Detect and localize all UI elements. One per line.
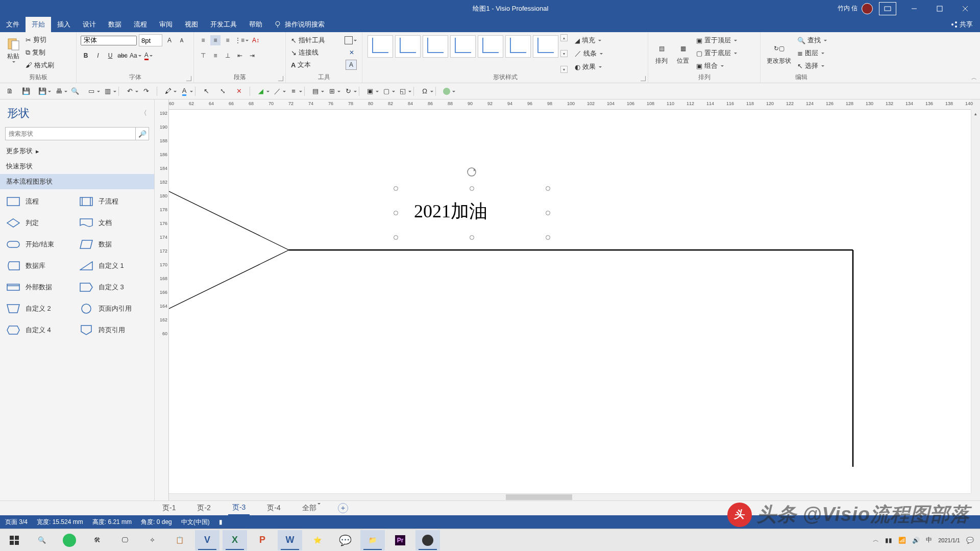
style-preset[interactable] <box>533 35 558 58</box>
font-color-button[interactable]: A <box>143 51 154 61</box>
share-button[interactable]: 共享 <box>943 17 980 32</box>
shape-search-button[interactable]: 🔎 <box>136 127 149 140</box>
selection-handle[interactable] <box>546 235 550 240</box>
tab-process[interactable]: 流程 <box>128 17 153 32</box>
align-top-button[interactable]: ⊤ <box>198 51 208 61</box>
align-right-button[interactable]: ≡ <box>223 35 233 45</box>
align-left-button[interactable]: ≡ <box>198 35 208 45</box>
save-button[interactable]: 💾 <box>20 86 32 97</box>
align-qat-button[interactable]: ▤ <box>310 86 321 97</box>
tray-chevron-icon[interactable]: ︿ <box>873 536 879 544</box>
underline-button[interactable]: U <box>105 51 115 61</box>
selection-handle[interactable] <box>394 235 398 240</box>
vertical-ruler[interactable]: 1921901881861841821801781761741721701681… <box>155 99 169 500</box>
symbol-button[interactable]: Ω <box>419 86 430 97</box>
shape-search-input[interactable] <box>5 127 136 140</box>
collapse-ribbon-button[interactable]: ︿ <box>971 74 977 82</box>
paragraph-dialog-launcher[interactable] <box>278 76 283 81</box>
change-shape-button[interactable]: ↻▢更改形状 <box>765 34 793 72</box>
user-avatar-icon[interactable] <box>862 3 873 14</box>
tray-clock[interactable]: 2021/1/1 <box>938 537 960 544</box>
undo-button[interactable]: ↶ <box>124 86 135 97</box>
close-button[interactable] <box>953 0 977 17</box>
taskbar-app-obs[interactable] <box>415 530 440 550</box>
font-size-select[interactable] <box>139 34 162 46</box>
send-back-button[interactable]: ▢置于底层 <box>695 47 738 59</box>
macro-recording-icon[interactable]: ▮ <box>219 518 223 525</box>
align-middle-button[interactable]: ≡ <box>210 51 220 61</box>
shape-style-gallery[interactable]: ▴▾▾ <box>366 34 569 73</box>
connector-qat-button[interactable]: ⤡ <box>217 86 228 97</box>
add-page-button[interactable]: ＋ <box>338 503 348 513</box>
decrease-indent-button[interactable]: ⇤ <box>235 51 245 61</box>
status-language[interactable]: 中文(中国) <box>181 518 210 527</box>
taskbar-app-powerpoint[interactable]: P <box>250 530 275 550</box>
shape-database[interactable]: 数据库 <box>4 260 77 272</box>
taskbar-app-excel[interactable]: X <box>223 530 247 550</box>
pointer-qat-button[interactable]: ↖ <box>201 86 212 97</box>
selection-handle[interactable] <box>470 186 474 191</box>
font-family-select[interactable] <box>81 36 137 45</box>
tab-help[interactable]: 帮助 <box>243 17 268 32</box>
selection-handle[interactable] <box>546 186 550 191</box>
style-preset[interactable] <box>423 35 448 58</box>
shape-onpage[interactable]: 页面内引用 <box>77 303 150 315</box>
taskbar-app-wechat[interactable]: 💬 <box>333 530 357 550</box>
style-preset[interactable] <box>395 35 421 58</box>
style-preset[interactable] <box>505 35 531 58</box>
collapse-panel-button[interactable]: 〈 <box>140 109 147 118</box>
style-preset[interactable] <box>478 35 503 58</box>
delete-connection-button[interactable]: ✕ <box>233 86 244 97</box>
bring-front-qat-button[interactable]: ◱ <box>397 86 408 97</box>
fill-qat-button[interactable]: ◢ <box>255 86 266 97</box>
align-center-button[interactable]: ≡ <box>210 35 220 45</box>
basic-flowchart-category[interactable]: 基本流程图形状 <box>0 174 154 189</box>
style-preset[interactable] <box>450 35 476 58</box>
line-button[interactable]: ／线条 <box>574 47 604 60</box>
minimize-button[interactable] <box>902 0 926 17</box>
shape-data[interactable]: 数据 <box>77 238 150 251</box>
selection-handle[interactable] <box>394 211 398 215</box>
search-taskbar-button[interactable]: 🔍 <box>30 530 54 550</box>
tab-design[interactable]: 设计 <box>77 17 102 32</box>
layers-button[interactable]: ≣图层 <box>796 47 828 59</box>
shrink-font-button[interactable]: A <box>177 35 187 45</box>
shape-custom2[interactable]: 自定义 2 <box>4 303 77 315</box>
group-qat-button[interactable]: ▣ <box>364 86 376 97</box>
copy-button[interactable]: ⧉复制 <box>24 47 55 59</box>
align-bottom-button[interactable]: ⊥ <box>223 51 233 61</box>
tab-devtools[interactable]: 开发工具 <box>204 17 243 32</box>
taskbar-app-evernote[interactable] <box>57 530 82 550</box>
tray-wifi-icon[interactable]: 📶 <box>898 537 906 544</box>
taskbar-app-notes[interactable]: 📋 <box>167 530 192 550</box>
shape-custom1[interactable]: 自定义 1 <box>77 260 150 272</box>
effects-button[interactable]: ◐效果 <box>574 61 604 73</box>
quick-shapes-category[interactable]: 快速形状 <box>0 159 154 174</box>
position-button[interactable]: ▦位置 <box>674 34 692 72</box>
taskbar-app-tool[interactable]: 🛠 <box>85 530 109 550</box>
rectangle-tool-button[interactable] <box>345 35 357 45</box>
redo-button[interactable]: ↷ <box>140 86 152 97</box>
fill-button[interactable]: ◢填充 <box>574 34 604 46</box>
page-tab-2[interactable]: 页-2 <box>193 502 214 515</box>
bullets-button[interactable]: ⋮≡ <box>235 35 249 45</box>
highlight-button[interactable]: 🖍 <box>162 86 174 97</box>
page-tab-4[interactable]: 页-4 <box>263 502 284 515</box>
tab-data[interactable]: 数据 <box>102 17 128 32</box>
taskbar-app-premiere[interactable]: Pr <box>388 530 412 550</box>
page-tab-1[interactable]: 页-1 <box>158 502 180 515</box>
strikethrough-button[interactable]: abc <box>117 51 128 61</box>
start-button[interactable] <box>2 530 27 550</box>
italic-button[interactable]: I <box>93 51 103 61</box>
tray-battery-icon[interactable]: ▮▮ <box>885 537 892 544</box>
taskbar-app-snip[interactable]: ✧ <box>140 530 164 550</box>
tab-file[interactable]: 文件 <box>0 17 26 32</box>
user-name[interactable]: 竹内 信 <box>838 4 857 13</box>
text-direction-button[interactable]: A↕ <box>251 35 261 45</box>
shape-styles-dialog-launcher[interactable] <box>641 76 646 81</box>
shape-offpage[interactable]: 跨页引用 <box>77 324 150 336</box>
shape-process[interactable]: 流程 <box>4 195 77 208</box>
horizontal-scrollbar[interactable] <box>169 493 971 500</box>
page-tab-3[interactable]: 页-3 <box>228 501 250 515</box>
page-setup-button[interactable]: ▭ <box>86 86 97 97</box>
